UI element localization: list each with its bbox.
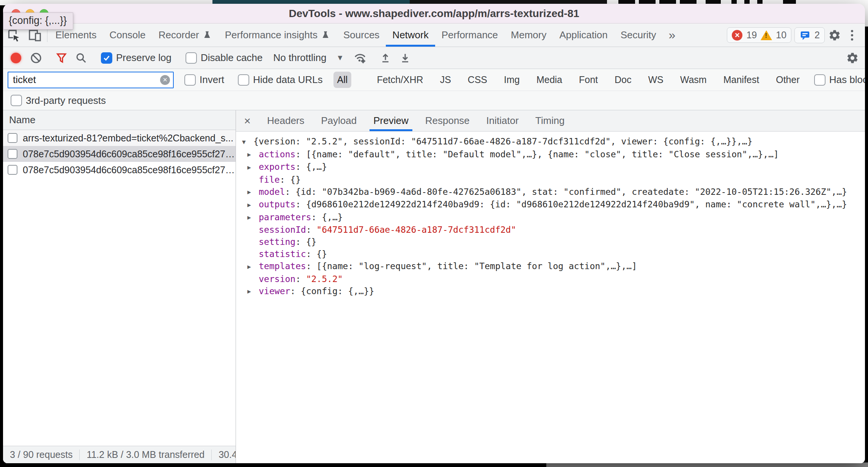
network-conditions-button[interactable] bbox=[351, 49, 369, 67]
json-tree-line[interactable]: statistic: {} bbox=[242, 248, 865, 260]
has-blocked-cookies-checkbox[interactable]: Has blocked cookies bbox=[811, 74, 865, 86]
more-tabs-button[interactable]: » bbox=[663, 24, 682, 47]
expand-arrow-icon[interactable]: ▶ bbox=[247, 212, 259, 224]
network-settings-button[interactable] bbox=[844, 49, 861, 67]
json-tree-line[interactable]: ▶parameters: {,…} bbox=[242, 211, 865, 224]
filter-type-other[interactable]: Other bbox=[772, 72, 804, 88]
preserve-log-checkbox[interactable]: Preserve log bbox=[98, 52, 175, 64]
filter-type-fetch-xhr[interactable]: Fetch/XHR bbox=[373, 72, 427, 88]
settings-button[interactable] bbox=[825, 24, 844, 47]
tab-security[interactable]: Security bbox=[614, 24, 663, 47]
tab-network[interactable]: Network bbox=[386, 24, 435, 47]
error-icon: × bbox=[732, 30, 742, 41]
tab-recorder[interactable]: Recorder bbox=[152, 24, 219, 47]
throttling-dropdown[interactable]: No throttling ▼ bbox=[268, 52, 349, 64]
table-row[interactable]: 078e7c5d903954d6c609ca85ce98f16ce955cf27… bbox=[3, 162, 236, 178]
import-har-button[interactable] bbox=[377, 49, 394, 67]
search-icon bbox=[75, 52, 87, 64]
filter-type-font[interactable]: Font bbox=[575, 72, 602, 88]
invert-checkbox[interactable]: Invert bbox=[181, 74, 227, 86]
clear-network-log-button[interactable] bbox=[27, 49, 45, 67]
row-checkbox[interactable] bbox=[8, 149, 17, 159]
checkbox-unchecked-icon bbox=[11, 95, 22, 106]
clear-filter-icon[interactable]: × bbox=[160, 75, 170, 85]
json-tree-line[interactable]: ▶templates: [{name: "log-request", title… bbox=[242, 260, 865, 273]
json-tree-line[interactable]: version: "2.5.2" bbox=[242, 273, 865, 285]
json-tree-line[interactable]: ▼{version: "2.5.2", sessionId: "647511d7… bbox=[242, 135, 865, 148]
name-column-header[interactable]: Name bbox=[3, 110, 236, 130]
filter-type-ws[interactable]: WS bbox=[645, 72, 667, 88]
json-colon: : bbox=[296, 199, 306, 209]
detail-tab-initiator[interactable]: Initiator bbox=[478, 110, 527, 131]
detail-tab-timing[interactable]: Timing bbox=[527, 110, 573, 131]
json-tree-line[interactable]: setting: {} bbox=[242, 236, 865, 248]
detail-tab-payload[interactable]: Payload bbox=[313, 110, 365, 131]
expand-arrow-icon[interactable]: ▶ bbox=[247, 186, 259, 198]
inspect-cursor-icon bbox=[6, 28, 21, 42]
json-tree-line[interactable]: ▶outputs: {d968610e212de124922d214f240ba… bbox=[242, 198, 865, 211]
detail-tab-response[interactable]: Response bbox=[417, 110, 478, 131]
tab-memory[interactable]: Memory bbox=[505, 24, 553, 47]
json-value: {,…} bbox=[306, 162, 327, 172]
search-button[interactable] bbox=[72, 49, 90, 67]
json-tree-line[interactable]: ▶actions: [{name: "default", title: "Def… bbox=[242, 148, 865, 161]
table-row[interactable]: arrs-texturized-81?embed=ticket%2Cbacken… bbox=[3, 130, 236, 146]
export-har-button[interactable] bbox=[396, 49, 414, 67]
tab-application[interactable]: Application bbox=[553, 24, 614, 47]
json-key: exports bbox=[259, 162, 296, 172]
expand-arrow-icon[interactable]: ▶ bbox=[247, 149, 259, 161]
json-colon: : bbox=[280, 175, 290, 185]
disable-cache-label: Disable cache bbox=[201, 52, 263, 64]
detail-tab-headers[interactable]: Headers bbox=[259, 110, 313, 131]
console-errors-warnings-badge[interactable]: × 19 10 bbox=[727, 27, 791, 43]
expand-arrow-icon[interactable]: ▶ bbox=[247, 261, 259, 273]
expand-arrow-icon[interactable]: ▶ bbox=[247, 199, 259, 211]
filter-type-all[interactable]: All bbox=[333, 72, 352, 88]
expand-arrow-icon[interactable]: ▶ bbox=[247, 285, 259, 298]
json-value: {version: "2.5.2", sessionId: "647511d7-… bbox=[253, 136, 752, 146]
filter-input[interactable] bbox=[8, 72, 174, 88]
disable-cache-checkbox[interactable]: Disable cache bbox=[182, 52, 266, 64]
titlebar: DevTools - www.shapediver.com/app/m/arrs… bbox=[3, 4, 865, 24]
filter-type-manifest[interactable]: Manifest bbox=[720, 72, 763, 88]
json-value: [{name: "default", title: "Default model… bbox=[306, 149, 779, 159]
request-detail-panel: × HeadersPayloadPreviewResponseInitiator… bbox=[236, 110, 865, 463]
filter-type-doc[interactable]: Doc bbox=[611, 72, 635, 88]
table-row[interactable]: 078e7c5d903954d6c609ca85ce98f16ce955cf27… bbox=[3, 146, 236, 162]
json-tree-line[interactable]: sessionId: "647511d7-66ae-4826-a187-7dcf… bbox=[242, 224, 865, 236]
filter-type-img[interactable]: Img bbox=[500, 72, 524, 88]
close-detail-button[interactable]: × bbox=[236, 110, 259, 131]
network-main-split: Name arrs-texturized-81?embed=ticket%2Cb… bbox=[3, 110, 865, 463]
json-tree-line[interactable]: ▶viewer: {config: {,…}} bbox=[242, 285, 865, 298]
json-tree-line[interactable]: ▶model: {id: "07b342ba-b969-4a6d-80fe-42… bbox=[242, 186, 865, 199]
row-checkbox[interactable] bbox=[8, 133, 17, 143]
tab-performance-insights[interactable]: Performance insights bbox=[219, 24, 337, 47]
json-colon: : bbox=[296, 274, 306, 284]
more-options-button[interactable] bbox=[844, 30, 860, 41]
collapse-arrow-icon[interactable]: ▼ bbox=[242, 136, 253, 148]
filter-type-js[interactable]: JS bbox=[436, 72, 455, 88]
filter-type-media[interactable]: Media bbox=[533, 72, 566, 88]
warning-count: 10 bbox=[776, 30, 786, 41]
filter-type-css[interactable]: CSS bbox=[464, 72, 491, 88]
json-tree-line[interactable]: file: {} bbox=[242, 174, 865, 186]
record-network-log-button[interactable] bbox=[11, 53, 21, 63]
tab-performance[interactable]: Performance bbox=[435, 24, 505, 47]
detail-tab-list: HeadersPayloadPreviewResponseInitiatorTi… bbox=[259, 110, 573, 131]
detail-tab-preview[interactable]: Preview bbox=[365, 110, 417, 131]
tab-label: Memory bbox=[511, 29, 547, 41]
row-checkbox[interactable] bbox=[8, 165, 17, 175]
expand-arrow-icon[interactable]: ▶ bbox=[247, 161, 259, 174]
third-party-requests-checkbox[interactable]: 3rd-party requests bbox=[8, 95, 109, 107]
device-toolbar-icon bbox=[28, 28, 42, 42]
json-colon: : bbox=[311, 212, 322, 222]
tab-console[interactable]: Console bbox=[103, 24, 152, 47]
filter-type-wasm[interactable]: Wasm bbox=[676, 72, 711, 88]
hide-data-urls-checkbox[interactable]: Hide data URLs bbox=[235, 74, 326, 86]
third-party-requests-label: 3rd-party requests bbox=[26, 95, 106, 107]
tab-sources[interactable]: Sources bbox=[337, 24, 386, 47]
json-tree-line[interactable]: ▶exports: {,…} bbox=[242, 161, 865, 174]
filter-toggle-button[interactable] bbox=[53, 49, 70, 67]
warning-icon bbox=[761, 30, 772, 40]
issues-badge[interactable]: 2 bbox=[794, 27, 825, 43]
